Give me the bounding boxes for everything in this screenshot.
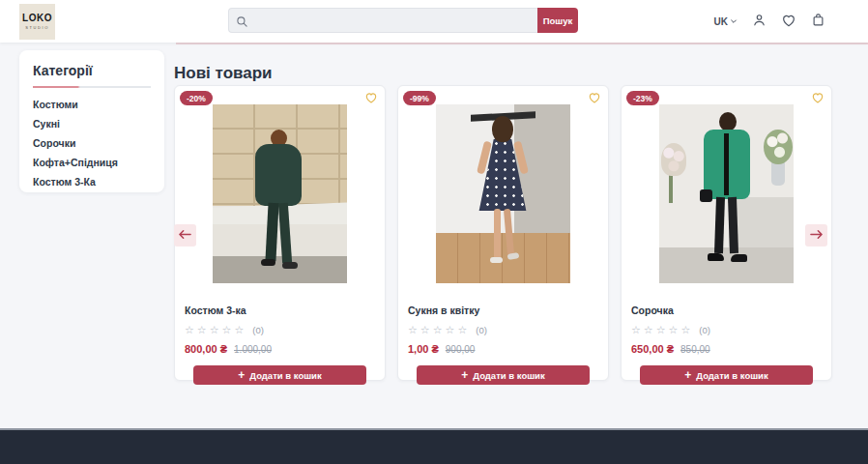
- add-to-cart-button[interactable]: + Додати в кошик: [193, 365, 366, 385]
- add-to-cart-button[interactable]: + Додати в кошик: [640, 365, 813, 385]
- product-image[interactable]: [436, 104, 570, 283]
- chevron-down-icon: [730, 16, 738, 27]
- product-title[interactable]: Сорочка: [631, 304, 822, 316]
- search-input-box: [228, 8, 537, 33]
- search-icon: [236, 14, 248, 32]
- user-icon: [752, 13, 767, 30]
- heart-icon: [781, 13, 796, 31]
- sidebar-item-kostiumy[interactable]: Костюми: [33, 95, 151, 114]
- add-to-wishlist-button[interactable]: [588, 91, 601, 107]
- price-current: 800,00 ₴: [185, 343, 227, 355]
- banner-edge: [176, 43, 868, 44]
- add-to-cart-label: Додати в кошик: [696, 370, 767, 381]
- language-switcher[interactable]: UK: [714, 16, 738, 27]
- header: LOKO STUDIO Пошук UK: [0, 0, 868, 43]
- discount-badge: -20%: [180, 91, 213, 105]
- shopping-bag-icon: [811, 13, 825, 30]
- price-old: 1.000,00: [234, 344, 272, 355]
- header-actions: UK: [714, 0, 825, 43]
- discount-badge: -23%: [626, 91, 659, 105]
- photo-layer: [661, 143, 686, 176]
- price-old: 900,00: [446, 344, 476, 355]
- rating-count: (0): [699, 325, 710, 335]
- logo-subtitle: STUDIO: [25, 25, 49, 30]
- add-to-cart-label: Додати в кошик: [249, 370, 321, 381]
- categories-list: Костюми Сукні Сорочки Кофта+Спідниця Кос…: [33, 95, 151, 191]
- photo-layer: [659, 247, 794, 283]
- heart-icon: [811, 93, 825, 107]
- product-prices: 800,00 ₴ 1.000,00: [185, 343, 375, 355]
- photo-layer: [436, 233, 570, 283]
- photo-layer: [261, 259, 275, 266]
- search-input[interactable]: [229, 9, 537, 32]
- plus-icon: +: [461, 369, 468, 381]
- photo-layer: [490, 257, 503, 263]
- categories-panel: Категорії Костюми Сукні Сорочки Кофта+Сп…: [19, 50, 164, 192]
- heart-icon: [364, 93, 378, 107]
- account-button[interactable]: [752, 13, 767, 30]
- rating-stars-icon: ☆☆☆☆☆: [185, 324, 246, 336]
- photo-layer: [724, 133, 729, 195]
- plus-icon: +: [238, 369, 245, 381]
- price-current: 650,00 ₴: [631, 343, 674, 355]
- cart-button[interactable]: [811, 13, 825, 30]
- discount-badge: -99%: [403, 91, 436, 105]
- wishlist-button[interactable]: [781, 13, 796, 31]
- photo-layer: [492, 116, 513, 142]
- photo-layer: [255, 144, 302, 206]
- arrow-right-icon: [810, 228, 823, 243]
- product-prices: 650,00 ₴ 850,00: [631, 343, 822, 355]
- product-prices: 1,00 ₴ 900,00: [408, 343, 598, 355]
- rating-stars-icon: ☆☆☆☆☆: [631, 324, 693, 336]
- logo[interactable]: LOKO STUDIO: [19, 4, 55, 40]
- price-old: 850,00: [680, 344, 710, 355]
- sidebar-item-kostium-3ka[interactable]: Костюм 3-Ка: [33, 172, 151, 191]
- add-to-wishlist-button[interactable]: [364, 91, 378, 107]
- product-rating: ☆☆☆☆☆ (0): [185, 324, 375, 336]
- product-card: -20% Костюм 3-ка ☆☆☆☆☆ (0) 800,00 ₴ 1.00…: [174, 85, 386, 381]
- carousel-next-button[interactable]: [805, 224, 827, 246]
- product-rating: ☆☆☆☆☆ (0): [631, 324, 822, 336]
- footer: [0, 428, 868, 464]
- price-current: 1,00 ₴: [408, 343, 439, 355]
- product-rating: ☆☆☆☆☆ (0): [408, 324, 598, 336]
- rating-stars-icon: ☆☆☆☆☆: [408, 324, 470, 336]
- photo-layer: [213, 256, 347, 283]
- photo-layer: [282, 262, 298, 269]
- add-to-wishlist-button[interactable]: [811, 91, 825, 107]
- photo-layer: [708, 253, 724, 261]
- carousel-prev-button[interactable]: [174, 224, 196, 246]
- product-image[interactable]: [213, 104, 347, 283]
- photo-layer: [764, 130, 793, 164]
- product-card: -99% Сукня в квітку ☆☆☆☆☆ (0) 1,00 ₴ 900…: [397, 85, 609, 381]
- search-bar: Пошук: [228, 8, 578, 33]
- photo-layer: [669, 174, 673, 203]
- plus-icon: +: [684, 369, 691, 381]
- photo-layer: [494, 209, 501, 259]
- product-info: Костюм 3-ка ☆☆☆☆☆ (0) 800,00 ₴ 1.000,00 …: [175, 283, 385, 385]
- language-label: UK: [714, 16, 728, 27]
- page-title: Нові товари: [174, 64, 273, 83]
- add-to-cart-label: Додати в кошик: [473, 370, 544, 381]
- product-title[interactable]: Сукня в квітку: [408, 304, 598, 316]
- product-title[interactable]: Костюм 3-ка: [185, 304, 375, 316]
- categories-title: Категорії: [33, 63, 151, 78]
- search-button[interactable]: Пошук: [537, 8, 578, 33]
- photo-layer: [719, 112, 737, 131]
- photo-layer: [731, 254, 747, 262]
- arrow-left-icon: [179, 228, 191, 243]
- product-card: -23% Сорочка ☆☆☆☆☆ (0) 650,00 ₴ 850,00: [621, 85, 832, 381]
- sidebar-item-sukni[interactable]: Сукні: [33, 114, 151, 133]
- product-image[interactable]: [659, 104, 794, 283]
- product-info: Сукня в квітку ☆☆☆☆☆ (0) 1,00 ₴ 900,00 +…: [398, 283, 608, 385]
- photo-layer: [729, 197, 794, 247]
- rating-count: (0): [252, 325, 264, 335]
- sidebar-item-kofta-spidnytsia[interactable]: Кофта+Спідниця: [33, 153, 151, 172]
- rating-count: (0): [476, 325, 487, 335]
- sidebar-item-sorochky[interactable]: Сорочки: [33, 133, 151, 153]
- heart-icon: [588, 93, 601, 107]
- product-info: Сорочка ☆☆☆☆☆ (0) 650,00 ₴ 850,00 + Дода…: [622, 283, 831, 385]
- add-to-cart-button[interactable]: + Додати в кошик: [417, 365, 590, 385]
- divider: [33, 86, 151, 88]
- photo-layer: [700, 189, 712, 202]
